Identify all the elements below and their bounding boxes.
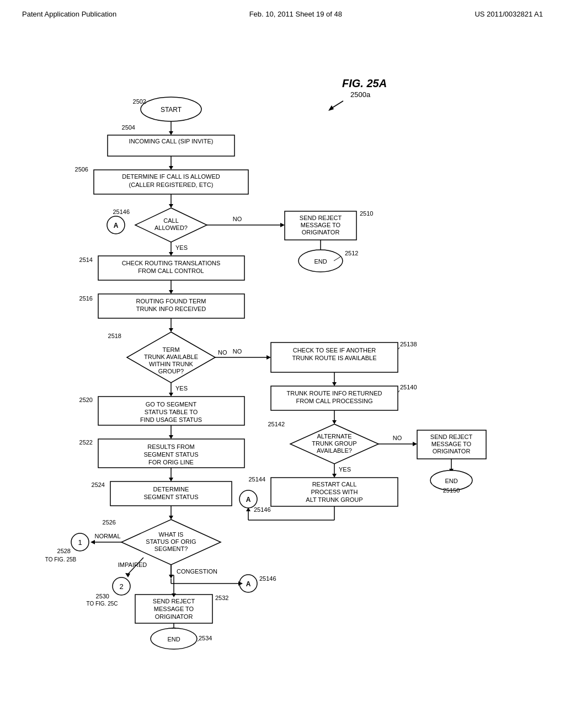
svg-marker-33: [169, 328, 173, 332]
label-2530: 2530: [96, 593, 109, 599]
svg-text:(CALLER REGISTERED, ETC): (CALLER REGISTERED, ETC): [129, 181, 214, 188]
svg-text:SEND REJECT: SEND REJECT: [300, 215, 342, 221]
label-2532: 2532: [215, 595, 228, 601]
svg-line-43: [398, 347, 399, 349]
svg-text:STATUS TABLE TO: STATUS TABLE TO: [145, 409, 198, 415]
label-2518: 2518: [108, 333, 121, 339]
figure-label: FIG. 25A: [342, 77, 387, 89]
svg-text:SEGMENT?: SEGMENT?: [154, 545, 188, 552]
svg-text:TRUNK ROUTE IS AVAILABLE: TRUNK ROUTE IS AVAILABLE: [292, 355, 376, 361]
label-2502: 2502: [133, 98, 146, 105]
svg-text:SEGMENT STATUS: SEGMENT STATUS: [143, 494, 198, 500]
figure-number: 2500a: [350, 90, 371, 99]
label-2516: 2516: [79, 295, 93, 302]
svg-marker-3: [169, 131, 173, 135]
svg-marker-111: [125, 573, 130, 577]
svg-text:ALLOWED?: ALLOWED?: [154, 224, 188, 231]
svg-text:RESULTS FROM: RESULTS FROM: [147, 443, 194, 450]
svg-text:GROUP?: GROUP?: [158, 368, 184, 374]
svg-text:IMPAIRED: IMPAIRED: [118, 561, 147, 568]
svg-text:SEGMENT STATUS: SEGMENT STATUS: [143, 451, 198, 458]
svg-text:PROCESS WITH: PROCESS WITH: [311, 489, 358, 495]
svg-marker-5: [169, 166, 173, 170]
svg-text:SEND REJECT: SEND REJECT: [430, 433, 473, 440]
svg-marker-39: [266, 355, 271, 360]
svg-text:2: 2: [119, 582, 123, 591]
label-2510: 2510: [360, 210, 373, 217]
svg-text:MESSAGE TO: MESSAGE TO: [154, 606, 194, 612]
svg-text:MESSAGE TO: MESSAGE TO: [301, 222, 341, 228]
label-2506: 2506: [75, 166, 88, 173]
svg-text:TRUNK ROUTE INFO RETURNED: TRUNK ROUTE INFO RETURNED: [287, 390, 382, 397]
svg-text:CONGESTION: CONGESTION: [177, 568, 217, 575]
svg-text:NO: NO: [393, 435, 402, 441]
svg-text:TO FIG. 25C: TO FIG. 25C: [86, 601, 118, 607]
header-left: Patent Application Publication: [22, 10, 116, 18]
svg-line-48: [398, 390, 399, 392]
svg-marker-29: [169, 290, 173, 294]
svg-text:TERM: TERM: [162, 346, 179, 353]
svg-text:A: A: [246, 580, 251, 588]
label-2528: 2528: [57, 548, 71, 554]
svg-text:1: 1: [78, 538, 82, 547]
svg-marker-90: [169, 516, 173, 520]
svg-text:FIND USAGE STATUS: FIND USAGE STATUS: [140, 416, 202, 423]
label-25146b: 25146: [254, 506, 271, 513]
start-label: START: [161, 106, 182, 114]
svg-marker-86: [169, 478, 173, 481]
svg-text:A: A: [114, 222, 119, 229]
label-2524: 2524: [92, 481, 105, 488]
label-2514: 2514: [79, 256, 93, 263]
svg-marker-81: [169, 435, 173, 439]
svg-marker-50: [332, 420, 337, 424]
svg-marker-24: [169, 252, 173, 256]
svg-text:END: END: [314, 258, 327, 265]
label-2526: 2526: [103, 519, 116, 526]
svg-text:END: END: [445, 478, 457, 484]
svg-text:FROM CALL PROCESSING: FROM CALL PROCESSING: [296, 398, 373, 404]
diagram-container: FIG. 25A 2500a START 2502 INCOMING CALL …: [0, 24, 565, 702]
svg-text:RESTART CALL: RESTART CALL: [312, 481, 357, 488]
svg-text:SEND REJECT: SEND REJECT: [153, 598, 195, 604]
svg-text:CALL: CALL: [163, 217, 179, 224]
svg-text:FOR ORIG LINE: FOR ORIG LINE: [148, 459, 194, 465]
header-right: US 2011/0032821 A1: [475, 10, 543, 18]
label-2522: 2522: [79, 439, 93, 446]
svg-text:ROUTING FOUND TERM: ROUTING FOUND TERM: [136, 298, 206, 304]
svg-marker-14: [280, 223, 285, 227]
label-25150: 25150: [443, 487, 460, 494]
svg-text:AVAILABLE?: AVAILABLE?: [317, 447, 352, 454]
svg-marker-9: [169, 204, 173, 208]
label-25138: 25138: [400, 341, 417, 347]
svg-marker-64: [332, 474, 337, 478]
svg-text:WITHIN TRUNK: WITHIN TRUNK: [149, 361, 194, 367]
svg-text:ALTERNATE: ALTERNATE: [317, 433, 351, 440]
svg-text:YES: YES: [339, 466, 351, 473]
svg-text:TRUNK AVAILABLE: TRUNK AVAILABLE: [144, 354, 198, 360]
label-2520: 2520: [79, 397, 93, 403]
svg-text:END: END: [167, 636, 180, 643]
svg-text:DETERMINE IF CALL IS ALLOWED: DETERMINE IF CALL IS ALLOWED: [122, 173, 220, 180]
svg-marker-55: [413, 442, 417, 446]
svg-text:TRUNK INFO RECEIVED: TRUNK INFO RECEIVED: [136, 306, 206, 312]
incoming-call-text1: INCOMING CALL (SIP INVITE): [129, 138, 214, 144]
svg-text:TRUNK GROUP: TRUNK GROUP: [312, 440, 356, 447]
label-2504: 2504: [122, 124, 135, 131]
label-2512: 2512: [345, 250, 358, 256]
label-25146-congestion: 25146: [259, 575, 276, 582]
label-25140: 25140: [400, 384, 417, 390]
label-25144: 25144: [248, 476, 265, 483]
svg-text:TO FIG. 25B: TO FIG. 25B: [45, 556, 77, 563]
svg-marker-1: [328, 105, 334, 111]
svg-text:ORIGINATOR: ORIGINATOR: [433, 448, 471, 454]
svg-text:MESSAGE TO: MESSAGE TO: [431, 441, 472, 447]
svg-text:CHECK ROUTING TRANSLATIONS: CHECK ROUTING TRANSLATIONS: [122, 260, 221, 266]
svg-text:NO: NO: [218, 349, 227, 356]
svg-text:STATUS OF ORIG: STATUS OF ORIG: [146, 538, 196, 545]
header-middle: Feb. 10, 2011 Sheet 19 of 48: [249, 10, 342, 18]
svg-text:GO TO SEGMENT: GO TO SEGMENT: [146, 401, 197, 408]
svg-text:ORIGINATOR: ORIGINATOR: [155, 613, 193, 620]
svg-marker-75: [169, 393, 173, 397]
svg-text:DETERMINE: DETERMINE: [153, 486, 189, 493]
svg-text:A: A: [246, 496, 251, 504]
